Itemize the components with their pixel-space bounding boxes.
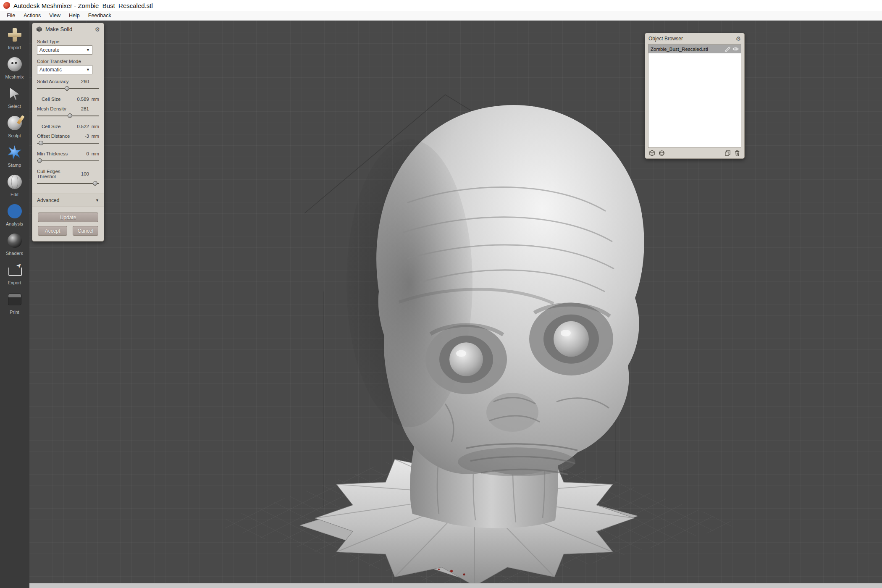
meshmix-icon — [6, 56, 23, 73]
gear-icon[interactable]: ⚙ — [94, 26, 100, 32]
tool-shaders[interactable]: Shaders — [0, 232, 29, 256]
tool-meshmix[interactable]: Meshmix — [0, 56, 29, 79]
primitive-sphere-icon[interactable] — [659, 150, 665, 156]
select-cursor-icon — [6, 85, 23, 102]
cube-icon — [36, 26, 42, 32]
slider-handle[interactable] — [65, 86, 69, 91]
app-window: Autodesk Meshmixer - Zombie_Bust_Rescale… — [0, 0, 882, 588]
menu-actions[interactable]: Actions — [19, 12, 45, 19]
offset-distance-slider[interactable] — [37, 140, 99, 147]
title-bar: Autodesk Meshmixer - Zombie_Bust_Rescale… — [0, 0, 882, 11]
print-icon — [6, 291, 23, 308]
solid-type-value: Accurate — [39, 47, 59, 53]
object-list: Zombie_Bust_Rescaled.stl — [648, 44, 741, 148]
object-browser-toolbar — [645, 148, 744, 158]
make-solid-actions: Update Accept Cancel — [32, 207, 104, 240]
solid-accuracy-value: 260 — [71, 79, 89, 84]
slider-handle[interactable] — [68, 113, 72, 118]
tool-export[interactable]: Export — [0, 262, 29, 285]
cell-size-row-1: Cell Size 0.589 mm — [37, 97, 99, 102]
primitive-cube-icon[interactable] — [649, 150, 655, 156]
cancel-button[interactable]: Cancel — [73, 226, 98, 236]
slider-handle[interactable] — [39, 141, 43, 145]
sculpt-icon — [6, 115, 23, 131]
offset-distance-row: Offset Distance -3 mm — [37, 134, 99, 139]
tool-meshmix-label: Meshmix — [5, 74, 24, 79]
make-solid-panel: Make Solid ⚙ Solid Type Accurate ▼ Color… — [32, 23, 104, 242]
menu-feedback[interactable]: Feedback — [84, 12, 116, 19]
menu-bar: File Actions View Help Feedback — [0, 11, 882, 21]
slider-handle[interactable] — [37, 158, 42, 163]
mesh-density-slider[interactable] — [37, 113, 99, 119]
make-solid-header: Make Solid ⚙ — [32, 23, 104, 35]
color-transfer-label: Color Transfer Mode — [37, 59, 99, 64]
visibility-icon[interactable] — [732, 46, 739, 52]
edit-object-icon[interactable] — [724, 46, 730, 52]
mesh-density-row: Mesh Density 281 — [37, 106, 99, 111]
chevron-down-icon: ▼ — [86, 48, 90, 52]
advanced-section-toggle[interactable]: Advanced ▼ — [32, 194, 104, 207]
viewport-bottom-strip — [29, 583, 882, 588]
solid-type-dropdown[interactable]: Accurate ▼ — [37, 45, 92, 55]
edit-sphere-icon — [6, 173, 23, 190]
import-icon — [6, 26, 23, 43]
accept-button[interactable]: Accept — [38, 226, 67, 236]
slider-handle[interactable] — [93, 181, 97, 186]
color-transfer-value: Automatic — [39, 67, 62, 73]
analysis-icon — [6, 203, 23, 220]
solid-type-label: Solid Type — [37, 39, 99, 44]
tool-stamp-label: Stamp — [8, 163, 21, 168]
min-thickness-row: Min Thickness 0 mm — [37, 151, 99, 156]
cell-size-row-2: Cell Size 0.522 mm — [37, 124, 99, 129]
tool-import-label: Import — [8, 45, 21, 50]
tool-select-label: Select — [8, 104, 21, 109]
menu-help[interactable]: Help — [65, 12, 84, 19]
duplicate-icon[interactable] — [724, 150, 731, 156]
solid-accuracy-row: Solid Accuracy 260 — [37, 79, 99, 84]
tool-select[interactable]: Select — [0, 85, 29, 109]
object-browser-panel: Object Browser ⚙ Zombie_Bust_Rescaled.st… — [645, 33, 745, 159]
gear-icon[interactable]: ⚙ — [735, 36, 741, 42]
menu-view[interactable]: View — [45, 12, 65, 19]
stamp-icon — [6, 144, 23, 161]
tool-edit-label: Edit — [10, 192, 18, 197]
tool-sculpt[interactable]: Sculpt — [0, 115, 29, 138]
menu-file[interactable]: File — [3, 12, 19, 19]
tool-export-label: Export — [8, 280, 21, 285]
left-toolbar: Import Meshmix Select Sculpt Stamp Edit — [0, 21, 29, 588]
min-thickness-slider[interactable] — [37, 158, 99, 164]
tool-print[interactable]: Print — [0, 291, 29, 315]
tool-sculpt-label: Sculpt — [8, 133, 21, 138]
zombie-bust-model — [29, 21, 882, 588]
tool-analysis[interactable]: Analysis — [0, 203, 29, 226]
viewport-3d[interactable]: Make Solid ⚙ Solid Type Accurate ▼ Color… — [29, 21, 882, 588]
object-list-item[interactable]: Zombie_Bust_Rescaled.stl — [648, 45, 741, 53]
cull-edges-row: Cull Edges Threshol 100 — [37, 169, 99, 179]
object-browser-header: Object Browser ⚙ — [645, 33, 744, 43]
tool-import[interactable]: Import — [0, 26, 29, 50]
advanced-label: Advanced — [37, 197, 95, 203]
window-title: Autodesk Meshmixer - Zombie_Bust_Rescale… — [13, 2, 153, 9]
tool-analysis-label: Analysis — [6, 221, 23, 226]
tool-edit[interactable]: Edit — [0, 173, 29, 197]
chevron-down-icon: ▼ — [86, 68, 90, 72]
chevron-down-icon: ▼ — [95, 198, 99, 202]
update-button[interactable]: Update — [38, 213, 98, 222]
trash-icon[interactable] — [734, 150, 740, 156]
solid-accuracy-label: Solid Accuracy — [37, 79, 71, 84]
tool-shaders-label: Shaders — [6, 251, 23, 256]
shaders-icon — [6, 232, 23, 249]
object-name: Zombie_Bust_Rescaled.stl — [651, 47, 722, 52]
object-browser-title: Object Browser — [648, 36, 735, 42]
cull-edges-slider[interactable] — [37, 180, 99, 187]
tool-stamp[interactable]: Stamp — [0, 144, 29, 168]
meshmixer-logo-icon — [3, 2, 10, 9]
color-transfer-dropdown[interactable]: Automatic ▼ — [37, 65, 92, 74]
make-solid-title: Make Solid — [45, 26, 92, 32]
solid-accuracy-slider[interactable] — [37, 85, 99, 92]
tool-print-label: Print — [10, 310, 19, 315]
export-icon — [6, 262, 23, 278]
